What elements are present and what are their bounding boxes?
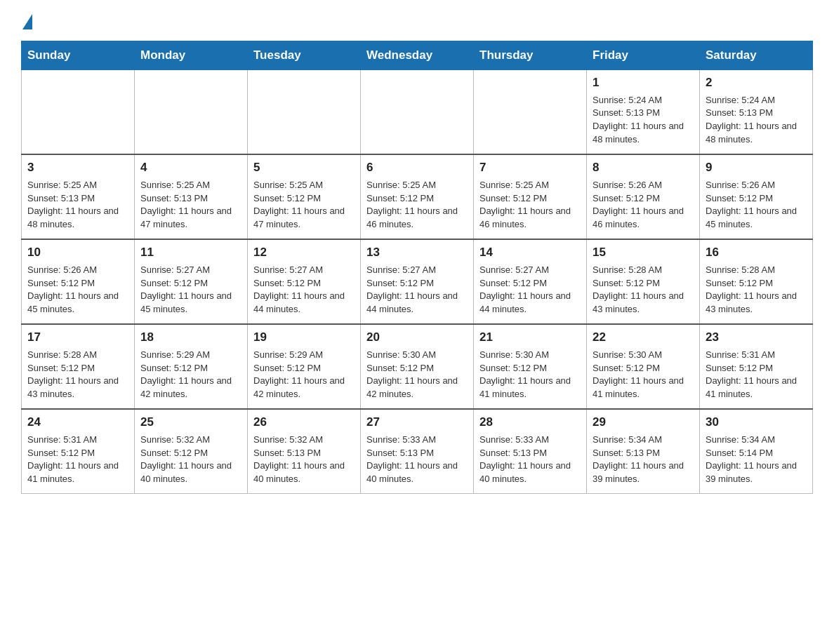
- calendar-cell: 7Sunrise: 5:25 AM Sunset: 5:12 PM Daylig…: [474, 154, 587, 239]
- calendar-cell: 13Sunrise: 5:27 AM Sunset: 5:12 PM Dayli…: [361, 239, 474, 324]
- calendar-cell: 10Sunrise: 5:26 AM Sunset: 5:12 PM Dayli…: [22, 239, 135, 324]
- day-info: Sunrise: 5:25 AM Sunset: 5:12 PM Dayligh…: [479, 179, 581, 232]
- day-number: 25: [140, 414, 241, 431]
- day-number: 13: [366, 244, 468, 262]
- day-info: Sunrise: 5:31 AM Sunset: 5:12 PM Dayligh…: [706, 349, 807, 401]
- calendar-cell: 20Sunrise: 5:30 AM Sunset: 5:12 PM Dayli…: [361, 324, 474, 409]
- day-number: 18: [140, 329, 241, 347]
- calendar-week-row: 17Sunrise: 5:28 AM Sunset: 5:12 PM Dayli…: [22, 324, 813, 409]
- day-info: Sunrise: 5:32 AM Sunset: 5:13 PM Dayligh…: [253, 434, 355, 486]
- day-info: Sunrise: 5:34 AM Sunset: 5:14 PM Dayligh…: [706, 434, 807, 486]
- calendar-cell: 29Sunrise: 5:34 AM Sunset: 5:13 PM Dayli…: [587, 409, 700, 494]
- calendar-cell: 5Sunrise: 5:25 AM Sunset: 5:12 PM Daylig…: [248, 154, 361, 239]
- day-number: 24: [27, 414, 128, 431]
- calendar-cell: 16Sunrise: 5:28 AM Sunset: 5:12 PM Dayli…: [700, 239, 813, 324]
- day-number: 30: [706, 414, 807, 431]
- day-info: Sunrise: 5:28 AM Sunset: 5:12 PM Dayligh…: [706, 264, 807, 316]
- day-info: Sunrise: 5:26 AM Sunset: 5:12 PM Dayligh…: [27, 264, 128, 316]
- calendar-cell: 17Sunrise: 5:28 AM Sunset: 5:12 PM Dayli…: [22, 324, 135, 409]
- day-number: 16: [706, 244, 807, 262]
- day-number: 8: [593, 159, 694, 177]
- day-info: Sunrise: 5:28 AM Sunset: 5:12 PM Dayligh…: [593, 264, 694, 316]
- day-number: 19: [253, 329, 355, 347]
- day-number: 21: [479, 329, 581, 347]
- weekday-header-monday: Monday: [135, 41, 248, 70]
- page-header: [21, 14, 813, 27]
- day-number: 26: [253, 414, 355, 431]
- calendar-cell: 19Sunrise: 5:29 AM Sunset: 5:12 PM Dayli…: [248, 324, 361, 409]
- calendar-cell: 15Sunrise: 5:28 AM Sunset: 5:12 PM Dayli…: [587, 239, 700, 324]
- day-info: Sunrise: 5:33 AM Sunset: 5:13 PM Dayligh…: [366, 434, 468, 486]
- calendar-cell: 3Sunrise: 5:25 AM Sunset: 5:13 PM Daylig…: [22, 154, 135, 239]
- weekday-header-friday: Friday: [587, 41, 700, 70]
- weekday-header-sunday: Sunday: [22, 41, 135, 70]
- calendar-cell: 28Sunrise: 5:33 AM Sunset: 5:13 PM Dayli…: [474, 409, 587, 494]
- day-info: Sunrise: 5:30 AM Sunset: 5:12 PM Dayligh…: [479, 349, 581, 401]
- calendar-cell: 8Sunrise: 5:26 AM Sunset: 5:12 PM Daylig…: [587, 154, 700, 239]
- day-number: 11: [140, 244, 241, 262]
- day-number: 22: [593, 329, 694, 347]
- day-info: Sunrise: 5:25 AM Sunset: 5:12 PM Dayligh…: [253, 179, 355, 232]
- calendar-cell: 30Sunrise: 5:34 AM Sunset: 5:14 PM Dayli…: [700, 409, 813, 494]
- day-number: 23: [706, 329, 807, 347]
- day-number: 17: [27, 329, 128, 347]
- calendar-cell: 1Sunrise: 5:24 AM Sunset: 5:13 PM Daylig…: [587, 70, 700, 155]
- day-info: Sunrise: 5:27 AM Sunset: 5:12 PM Dayligh…: [253, 264, 355, 316]
- calendar-cell: 12Sunrise: 5:27 AM Sunset: 5:12 PM Dayli…: [248, 239, 361, 324]
- day-number: 27: [366, 414, 468, 431]
- weekday-header-saturday: Saturday: [700, 41, 813, 70]
- day-number: 29: [593, 414, 694, 431]
- day-info: Sunrise: 5:26 AM Sunset: 5:12 PM Dayligh…: [593, 179, 694, 232]
- day-number: 1: [593, 74, 694, 92]
- day-number: 7: [479, 159, 581, 177]
- day-info: Sunrise: 5:26 AM Sunset: 5:12 PM Dayligh…: [706, 179, 807, 232]
- day-info: Sunrise: 5:25 AM Sunset: 5:12 PM Dayligh…: [366, 179, 468, 232]
- calendar-cell: 4Sunrise: 5:25 AM Sunset: 5:13 PM Daylig…: [135, 154, 248, 239]
- day-number: 10: [27, 244, 128, 262]
- day-info: Sunrise: 5:25 AM Sunset: 5:13 PM Dayligh…: [140, 179, 241, 232]
- calendar-cell: [22, 70, 135, 155]
- day-number: 6: [366, 159, 468, 177]
- day-number: 20: [366, 329, 468, 347]
- day-info: Sunrise: 5:24 AM Sunset: 5:13 PM Dayligh…: [593, 94, 694, 147]
- day-number: 2: [706, 74, 807, 92]
- calendar-cell: 23Sunrise: 5:31 AM Sunset: 5:12 PM Dayli…: [700, 324, 813, 409]
- logo: [21, 14, 32, 27]
- calendar-week-row: 10Sunrise: 5:26 AM Sunset: 5:12 PM Dayli…: [22, 239, 813, 324]
- day-info: Sunrise: 5:32 AM Sunset: 5:12 PM Dayligh…: [140, 434, 241, 486]
- calendar-cell: 11Sunrise: 5:27 AM Sunset: 5:12 PM Dayli…: [135, 239, 248, 324]
- calendar-cell: 9Sunrise: 5:26 AM Sunset: 5:12 PM Daylig…: [700, 154, 813, 239]
- day-info: Sunrise: 5:27 AM Sunset: 5:12 PM Dayligh…: [140, 264, 241, 316]
- day-number: 12: [253, 244, 355, 262]
- calendar-cell: 18Sunrise: 5:29 AM Sunset: 5:12 PM Dayli…: [135, 324, 248, 409]
- calendar-cell: 21Sunrise: 5:30 AM Sunset: 5:12 PM Dayli…: [474, 324, 587, 409]
- calendar-cell: 24Sunrise: 5:31 AM Sunset: 5:12 PM Dayli…: [22, 409, 135, 494]
- calendar-cell: 2Sunrise: 5:24 AM Sunset: 5:13 PM Daylig…: [700, 70, 813, 155]
- day-info: Sunrise: 5:24 AM Sunset: 5:13 PM Dayligh…: [706, 94, 807, 147]
- day-number: 3: [27, 159, 128, 177]
- day-info: Sunrise: 5:29 AM Sunset: 5:12 PM Dayligh…: [253, 349, 355, 401]
- calendar-cell: 26Sunrise: 5:32 AM Sunset: 5:13 PM Dayli…: [248, 409, 361, 494]
- day-info: Sunrise: 5:27 AM Sunset: 5:12 PM Dayligh…: [479, 264, 581, 316]
- weekday-header-tuesday: Tuesday: [248, 41, 361, 70]
- calendar-cell: 6Sunrise: 5:25 AM Sunset: 5:12 PM Daylig…: [361, 154, 474, 239]
- day-info: Sunrise: 5:28 AM Sunset: 5:12 PM Dayligh…: [27, 349, 128, 401]
- calendar-cell: [474, 70, 587, 155]
- calendar-cell: 27Sunrise: 5:33 AM Sunset: 5:13 PM Dayli…: [361, 409, 474, 494]
- calendar-week-row: 24Sunrise: 5:31 AM Sunset: 5:12 PM Dayli…: [22, 409, 813, 494]
- day-number: 14: [479, 244, 581, 262]
- day-info: Sunrise: 5:31 AM Sunset: 5:12 PM Dayligh…: [27, 434, 128, 486]
- day-info: Sunrise: 5:30 AM Sunset: 5:12 PM Dayligh…: [366, 349, 468, 401]
- calendar-week-row: 1Sunrise: 5:24 AM Sunset: 5:13 PM Daylig…: [22, 70, 813, 155]
- day-number: 4: [140, 159, 241, 177]
- weekday-header-wednesday: Wednesday: [361, 41, 474, 70]
- calendar-week-row: 3Sunrise: 5:25 AM Sunset: 5:13 PM Daylig…: [22, 154, 813, 239]
- calendar-cell: 14Sunrise: 5:27 AM Sunset: 5:12 PM Dayli…: [474, 239, 587, 324]
- day-number: 15: [593, 244, 694, 262]
- day-number: 5: [253, 159, 355, 177]
- day-info: Sunrise: 5:29 AM Sunset: 5:12 PM Dayligh…: [140, 349, 241, 401]
- day-number: 9: [706, 159, 807, 177]
- weekday-header-row: SundayMondayTuesdayWednesdayThursdayFrid…: [22, 41, 813, 70]
- day-info: Sunrise: 5:34 AM Sunset: 5:13 PM Dayligh…: [593, 434, 694, 486]
- calendar-cell: 25Sunrise: 5:32 AM Sunset: 5:12 PM Dayli…: [135, 409, 248, 494]
